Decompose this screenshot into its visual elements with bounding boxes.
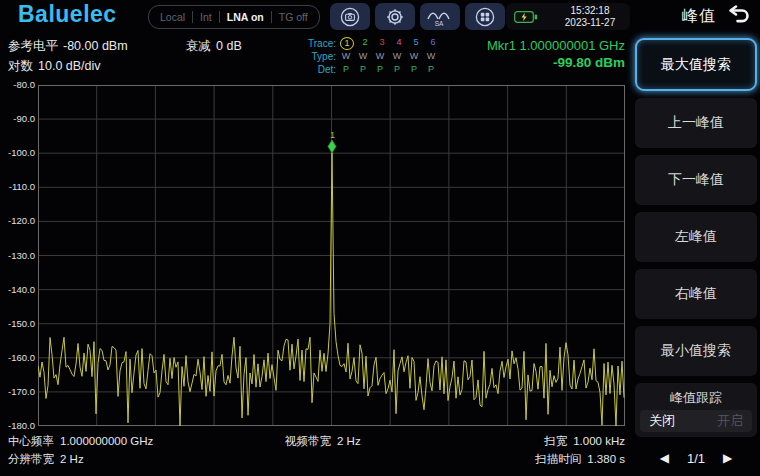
center-frequency-value: 1.000000000 GHz <box>60 435 153 447</box>
chip: P <box>391 64 403 75</box>
mode-status-group: LocalIntLNA onTG off <box>148 5 320 29</box>
y-tick-label: -140.0 <box>0 284 38 295</box>
chip: W <box>374 51 386 62</box>
battery-icon <box>514 10 538 24</box>
chip: P <box>357 64 369 75</box>
span-value: 1.000 kHz <box>573 435 625 447</box>
softkey-button[interactable]: 上一峰值 <box>635 98 757 148</box>
y-tick-label: -170.0 <box>0 386 38 397</box>
ref-level-label: 参考电平 <box>8 39 58 53</box>
type-row-label: Type: <box>300 51 336 62</box>
back-button[interactable] <box>726 4 752 28</box>
mode-local[interactable]: Local <box>153 11 192 23</box>
peak-track-group: 峰值跟踪 关闭 开启 <box>635 383 757 437</box>
ref-level: 参考电平-80.00 dBm <box>8 38 128 55</box>
y-tick-label: -160.0 <box>0 352 38 363</box>
mode-int[interactable]: Int <box>192 11 219 23</box>
chip: W <box>408 51 420 62</box>
sweep-time-value: 1.380 s <box>587 453 625 465</box>
marker-diamond-icon <box>328 140 336 153</box>
rbw-label: 分辨带宽 <box>8 453 54 465</box>
mode-lna-on[interactable]: LNA on <box>219 11 271 23</box>
chip: W <box>391 51 403 62</box>
center-frequency: 中心频率1.000000000 GHz <box>8 434 153 449</box>
ref-level-value: -80.00 dBm <box>63 39 128 53</box>
sweep-time-label: 扫描时间 <box>535 453 581 465</box>
chip: 5 <box>410 37 422 50</box>
y-tick-label: -90.0 <box>0 113 38 124</box>
clock-time: 15:32:18 <box>550 5 630 17</box>
chip: W <box>357 51 369 62</box>
top-iconbar: SA <box>330 3 505 30</box>
gear-icon <box>384 6 406 28</box>
rbw: 分辨带宽2 Hz <box>8 452 84 467</box>
rbw-value: 2 Hz <box>60 453 84 465</box>
mode-tg-off[interactable]: TG off <box>271 11 315 23</box>
chip: W <box>340 51 352 62</box>
trace-plot[interactable]: 1 <box>38 85 625 426</box>
y-tick-label: -110.0 <box>0 181 38 192</box>
vbw-value: 2 Hz <box>337 435 361 447</box>
type-values: WWWWWW <box>340 51 442 62</box>
trace-row: Trace: 123456 <box>300 37 444 49</box>
scale: 对数10.0 dB/div <box>8 58 101 75</box>
trace-numbers: 123456 <box>340 37 444 50</box>
softkey-active-button[interactable]: 最大值搜索 <box>635 38 757 91</box>
chip: P <box>374 64 386 75</box>
clock-date: 2023-11-27 <box>550 17 630 29</box>
attenuation-label: 衰减 <box>186 39 211 53</box>
trace-row-label: Trace: <box>300 38 336 49</box>
softkey-button[interactable]: 左峰值 <box>635 212 757 262</box>
softkey-button[interactable]: 下一峰值 <box>635 155 757 205</box>
sweep-time: 扫描时间1.380 s <box>535 452 625 467</box>
attenuation-value: 0 dB <box>216 39 242 53</box>
apps-grid-icon <box>474 6 496 28</box>
svg-text:SA: SA <box>435 20 444 27</box>
y-tick-label: -150.0 <box>0 318 38 329</box>
clock: 15:32:18 2023-11-27 <box>550 5 630 28</box>
scale-label: 对数 <box>8 59 33 73</box>
chip: 4 <box>393 37 405 50</box>
attenuation: 衰减0 dB <box>186 38 242 55</box>
sa-waveform-icon: SA <box>426 6 454 28</box>
screenshot-button[interactable] <box>330 3 370 30</box>
marker-number-label: 1 <box>330 130 335 140</box>
y-tick-label: -120.0 <box>0 215 38 226</box>
det-row: Det: PPPPPP <box>300 63 442 75</box>
spectrum-analyzer-screen: Baluelec LocalIntLNA onTG off <box>0 0 760 476</box>
chip: 1 <box>340 37 354 50</box>
page-indicator: 1/1 <box>687 451 705 466</box>
chip: 2 <box>359 37 371 50</box>
softkey-button[interactable]: 最小值搜索 <box>635 326 757 376</box>
peak-track-toggle: 关闭 开启 <box>640 410 752 432</box>
trace-svg: 1 <box>38 85 625 426</box>
type-row: Type: WWWWWW <box>300 50 442 62</box>
peak-track-title: 峰值跟踪 <box>670 389 722 407</box>
brand-logo: Baluelec <box>18 1 117 28</box>
peak-track-on-option[interactable]: 开启 <box>717 412 743 430</box>
chip: 6 <box>427 37 439 50</box>
softkey-button[interactable]: 右峰值 <box>635 269 757 319</box>
menu-pagination: ◀ 1/1 ▶ <box>635 445 757 471</box>
softkey-menu: 最大值搜索上一峰值下一峰值左峰值右峰值最小值搜索 峰值跟踪 关闭 开启 ◀ 1/… <box>632 33 760 476</box>
det-values: PPPPPP <box>340 64 442 75</box>
chip: P <box>408 64 420 75</box>
settings-button[interactable] <box>375 3 415 30</box>
y-tick-label: -130.0 <box>0 250 38 261</box>
peak-track-off-option[interactable]: 关闭 <box>649 412 675 430</box>
apps-button[interactable] <box>465 3 505 30</box>
return-arrow-icon <box>727 4 751 28</box>
chip: W <box>425 51 437 62</box>
chip: P <box>340 64 352 75</box>
center-frequency-label: 中心频率 <box>8 435 54 447</box>
span: 扫宽1.000 kHz <box>544 434 625 449</box>
vbw-label: 视频带宽 <box>285 435 331 447</box>
marker-amplitude: -99.80 dBm <box>553 55 625 70</box>
page-next-icon[interactable]: ▶ <box>723 451 732 465</box>
chip: 3 <box>376 37 388 50</box>
sa-mode-button[interactable]: SA <box>420 3 460 30</box>
camera-icon <box>339 6 361 28</box>
det-row-label: Det: <box>300 64 336 75</box>
vbw: 视频带宽2 Hz <box>285 434 361 449</box>
page-prev-icon[interactable]: ◀ <box>660 451 669 465</box>
